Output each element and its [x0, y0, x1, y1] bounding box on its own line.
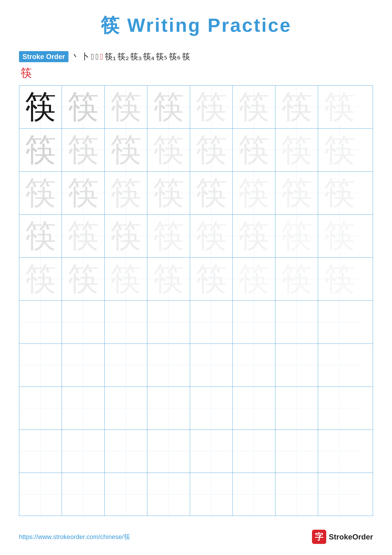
grid-cell-4-1: 筷 — [19, 215, 62, 257]
grid-cell-9-7[interactable] — [275, 430, 318, 473]
char-display: 筷 — [67, 220, 99, 252]
grid-cell-2-7: 筷 — [275, 129, 318, 171]
grid-cell-7-7[interactable] — [275, 344, 318, 387]
char-display: 筷 — [281, 263, 313, 295]
grid-cell-9-1[interactable] — [19, 430, 62, 473]
grid-cell-6-7[interactable] — [275, 301, 318, 343]
stroke-2: 卜 — [81, 51, 89, 62]
grid-cell-10-6[interactable] — [233, 473, 275, 516]
stroke-5: 𠄌 — [100, 52, 103, 61]
char-display: 筷 — [281, 220, 313, 252]
grid-cell-10-4[interactable] — [147, 473, 190, 516]
grid-row-8 — [19, 387, 373, 430]
grid-cell-9-3[interactable] — [105, 430, 147, 473]
page-title: 筷 Writing Practice — [19, 13, 373, 38]
grid-cell-3-4: 筷 — [147, 172, 190, 214]
grid-cell-8-3[interactable] — [105, 387, 147, 430]
stroke-final-char: 筷 — [21, 65, 373, 80]
grid-cell-8-1[interactable] — [19, 387, 62, 430]
char-display: 筷 — [238, 177, 270, 209]
grid-cell-7-2[interactable] — [62, 344, 105, 387]
char-display: 筷 — [324, 134, 355, 166]
char-display: 筷 — [238, 263, 270, 295]
char-display: 筷 — [110, 134, 142, 166]
char-display: 筷 — [195, 177, 227, 209]
grid-cell-4-2: 筷 — [62, 215, 105, 257]
practice-grid: 筷 筷 筷 筷 筷 筷 筷 筷 筷 筷 筷 筷 筷 筷 筷 筷 筷 筷 筷 筷 … — [19, 85, 373, 516]
grid-cell-7-1[interactable] — [19, 344, 62, 387]
grid-cell-10-2[interactable] — [62, 473, 105, 516]
char-display: 筷 — [110, 220, 142, 252]
grid-cell-9-6[interactable] — [233, 430, 275, 473]
char-display: 筷 — [153, 177, 184, 209]
stroke-3: 𠂇 — [91, 52, 94, 61]
char-display: 筷 — [195, 220, 227, 252]
grid-row-9 — [19, 430, 373, 473]
char-display: 筷 — [324, 263, 355, 295]
char-display: 筷 — [25, 220, 56, 252]
footer-logo: 字 StrokeOrder — [312, 530, 373, 544]
grid-row-2: 筷 筷 筷 筷 筷 筷 筷 筷 — [19, 129, 373, 172]
stroke-10: 筷₅ — [156, 51, 167, 62]
stroke-4: 𠃌 — [95, 52, 99, 61]
grid-cell-10-7[interactable] — [275, 473, 318, 516]
grid-cell-3-7: 筷 — [275, 172, 318, 214]
grid-cell-8-6[interactable] — [233, 387, 275, 430]
grid-cell-6-1[interactable] — [19, 301, 62, 343]
grid-cell-10-3[interactable] — [105, 473, 147, 516]
char-display: 筷 — [67, 177, 99, 209]
char-display: 筷 — [25, 134, 56, 166]
footer-url[interactable]: https://www.strokeorder.com/chinese/筷 — [19, 533, 130, 541]
char-display: 筷 — [324, 177, 355, 209]
grid-cell-7-6[interactable] — [233, 344, 275, 387]
grid-cell-10-8[interactable] — [318, 473, 361, 516]
grid-cell-7-3[interactable] — [105, 344, 147, 387]
grid-cell-6-8[interactable] — [318, 301, 361, 343]
stroke-9: 筷₄ — [143, 51, 154, 62]
char-display: 筷 — [324, 91, 355, 123]
grid-cell-6-6[interactable] — [233, 301, 275, 343]
grid-cell-8-8[interactable] — [318, 387, 361, 430]
grid-row-3: 筷 筷 筷 筷 筷 筷 筷 筷 — [19, 172, 373, 215]
grid-cell-4-7: 筷 — [275, 215, 318, 257]
grid-cell-3-5: 筷 — [190, 172, 233, 214]
stroke-1: 丶 — [71, 51, 79, 62]
grid-cell-6-3[interactable] — [105, 301, 147, 343]
grid-cell-7-4[interactable] — [147, 344, 190, 387]
char-display: 筷 — [281, 177, 313, 209]
char-display: 筷 — [25, 263, 56, 295]
char-display: 筷 — [153, 263, 184, 295]
footer: https://www.strokeorder.com/chinese/筷 字 … — [19, 530, 373, 544]
grid-cell-5-7: 筷 — [275, 258, 318, 300]
char-display: 筷 — [67, 263, 99, 295]
grid-row-7 — [19, 344, 373, 387]
grid-cell-1-6: 筷 — [233, 86, 275, 128]
grid-cell-5-6: 筷 — [233, 258, 275, 300]
grid-row-5: 筷 筷 筷 筷 筷 筷 筷 筷 — [19, 258, 373, 301]
grid-cell-10-1[interactable] — [19, 473, 62, 516]
char-display: 筷 — [110, 91, 142, 123]
grid-cell-5-5: 筷 — [190, 258, 233, 300]
grid-cell-6-2[interactable] — [62, 301, 105, 343]
grid-cell-6-4[interactable] — [147, 301, 190, 343]
grid-cell-8-7[interactable] — [275, 387, 318, 430]
grid-cell-7-8[interactable] — [318, 344, 361, 387]
stroke-11: 筷₆ — [169, 51, 180, 62]
grid-row-10 — [19, 473, 373, 516]
grid-cell-2-4: 筷 — [147, 129, 190, 171]
grid-cell-8-2[interactable] — [62, 387, 105, 430]
char-display: 筷 — [238, 91, 270, 123]
grid-cell-1-8: 筷 — [318, 86, 361, 128]
grid-cell-7-5[interactable] — [190, 344, 233, 387]
grid-cell-9-2[interactable] — [62, 430, 105, 473]
grid-row-6 — [19, 301, 373, 344]
char-display: 筷 — [324, 220, 355, 252]
grid-cell-8-4[interactable] — [147, 387, 190, 430]
grid-cell-6-5[interactable] — [190, 301, 233, 343]
grid-cell-10-5[interactable] — [190, 473, 233, 516]
grid-cell-8-5[interactable] — [190, 387, 233, 430]
grid-cell-9-5[interactable] — [190, 430, 233, 473]
grid-cell-9-4[interactable] — [147, 430, 190, 473]
grid-cell-9-8[interactable] — [318, 430, 361, 473]
page: 筷 Writing Practice Stroke Order 丶 卜 𠂇 𠃌 … — [0, 0, 392, 555]
